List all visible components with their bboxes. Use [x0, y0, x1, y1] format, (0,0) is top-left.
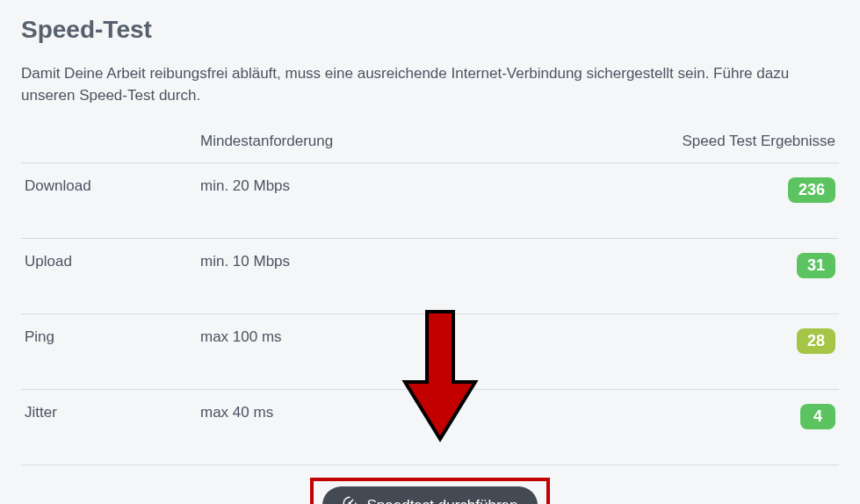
table-row: Upload min. 10 Mbps 31 — [21, 239, 839, 314]
run-button-label: Speedtest durchführen — [366, 497, 517, 504]
result-badge: 236 — [788, 177, 835, 203]
speedtest-table: Mindestanforderung Speed Test Ergebnisse… — [21, 124, 839, 465]
highlight-box: Speedtest durchführen — [310, 478, 549, 504]
requirement-value: min. 10 Mbps — [197, 239, 663, 314]
table-row: Download min. 20 Mbps 236 — [21, 163, 839, 239]
metric-label: Download — [21, 163, 197, 239]
svg-line-1 — [350, 500, 353, 504]
header-requirement: Mindestanforderung — [197, 124, 663, 163]
metric-label: Upload — [21, 239, 197, 314]
metric-label: Ping — [21, 314, 197, 390]
intro-text: Damit Deine Arbeit reibungsfrei abläuft,… — [21, 63, 812, 106]
metric-label: Jitter — [21, 390, 197, 465]
requirement-value: min. 20 Mbps — [197, 163, 663, 239]
requirement-value: max 40 ms — [197, 390, 663, 465]
result-badge: 4 — [800, 404, 835, 429]
result-badge: 28 — [797, 328, 835, 354]
run-speedtest-button[interactable]: Speedtest durchführen — [322, 486, 537, 504]
requirement-value: max 100 ms — [197, 314, 663, 390]
header-metric — [21, 124, 197, 163]
header-result: Speed Test Ergebnisse — [663, 124, 839, 163]
table-row: Ping max 100 ms 28 — [21, 314, 839, 390]
page-title: Speed-Test — [21, 16, 839, 44]
result-badge: 31 — [797, 253, 835, 278]
gauge-icon — [342, 495, 358, 504]
table-row: Jitter max 40 ms 4 — [21, 390, 839, 465]
